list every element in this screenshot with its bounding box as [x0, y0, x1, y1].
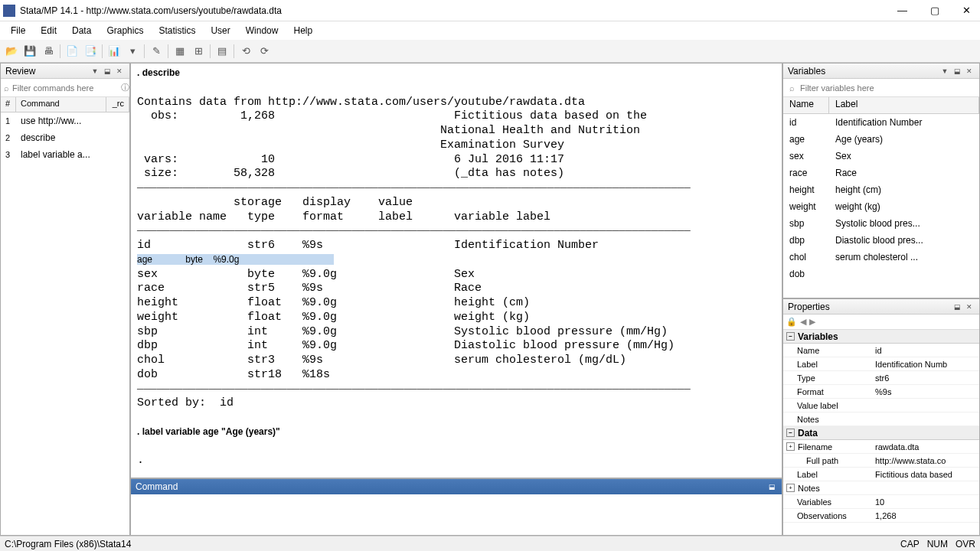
variable-row[interactable]: raceRace — [783, 165, 979, 181]
menu-window[interactable]: Window — [238, 24, 286, 37]
save-icon[interactable]: 💾 — [21, 43, 38, 60]
next-icon[interactable]: ▶ — [809, 317, 815, 327]
statusbar: C:\Program Files (x86)\Stata14 CAPNUMOVR — [0, 536, 980, 551]
do-editor-icon[interactable]: ✎ — [148, 43, 165, 60]
vars-filter-toggle-icon[interactable]: ▼ — [939, 66, 950, 77]
variable-row[interactable]: heightheight (cm) — [783, 181, 979, 198]
properties-title: Properties — [788, 302, 950, 312]
property-row[interactable]: Full pathhttp://www.stata.co — [783, 454, 979, 468]
vars-col-label: Label — [829, 97, 979, 113]
vars-pin-icon[interactable]: ⬓ — [952, 66, 962, 77]
maximize-button[interactable]: ▢ — [924, 3, 946, 18]
results-panel[interactable]: . describe Contains data from http://www… — [130, 63, 782, 478]
break-icon[interactable]: ⟲ — [237, 43, 254, 60]
review-row[interactable]: 3label variable a... — [1, 146, 129, 163]
viewer-icon[interactable]: 📑 — [82, 43, 99, 60]
data-editor-icon[interactable]: ▦ — [172, 43, 188, 60]
variable-row[interactable]: dob — [783, 266, 979, 282]
review-panel: Review ▼ ⬓ ✕ ⌕ ⓘ # Command _rc 1use http… — [0, 63, 130, 536]
variables-title: Variables — [788, 66, 938, 77]
print-icon[interactable]: 🖶 — [40, 43, 57, 60]
statusbar-path: C:\Program Files (x86)\Stata14 — [5, 539, 893, 549]
variable-row[interactable]: ageAge (years) — [783, 131, 979, 148]
review-row[interactable]: 2describe — [1, 129, 129, 146]
review-filter-toggle-icon[interactable]: ▼ — [90, 66, 100, 77]
menu-data[interactable]: Data — [64, 24, 99, 37]
toolbar: 📂 💾 🖶 📄 📑 📊 ▾ ✎ ▦ ⊞ ▤ ⟲ ⟳ — [0, 40, 980, 63]
property-row[interactable]: Value label — [783, 399, 979, 412]
prev-icon[interactable]: ◀ — [800, 317, 806, 327]
dropdown-icon[interactable]: ▾ — [124, 43, 141, 60]
data-browser-icon[interactable]: ⊞ — [190, 43, 207, 60]
menu-help[interactable]: Help — [286, 24, 320, 37]
review-col-rc: _rc — [106, 97, 129, 112]
filter-icon: ⌕ — [4, 83, 9, 93]
property-row[interactable]: Typestr6 — [783, 371, 979, 385]
info-icon[interactable]: ⓘ — [121, 83, 129, 93]
review-title: Review — [5, 66, 88, 77]
props-vars-section: Variables — [798, 331, 838, 342]
property-row[interactable]: +Notes — [783, 481, 979, 495]
property-row[interactable]: Notes — [783, 412, 979, 426]
vars-close-icon[interactable]: ✕ — [964, 66, 975, 77]
variables-manager-icon[interactable]: ▤ — [214, 43, 230, 60]
variable-row[interactable]: dbpDiastolic blood pres... — [783, 232, 979, 249]
review-col-cmd: Command — [16, 97, 106, 112]
review-pin-icon[interactable]: ⬓ — [102, 66, 113, 77]
vars-col-name: Name — [783, 97, 829, 113]
variable-row[interactable]: sbpSystolic blood pres... — [783, 215, 979, 232]
window-title: Stata/MP 14.1 - http://www.stata.com/use… — [20, 5, 891, 16]
command-pin-icon[interactable]: ⬓ — [766, 481, 777, 492]
variable-row[interactable]: idIdentification Number — [783, 114, 979, 131]
review-filter-input[interactable] — [12, 83, 118, 93]
menu-edit[interactable]: Edit — [33, 24, 64, 37]
open-icon[interactable]: 📂 — [3, 43, 20, 60]
property-row[interactable]: +Filenamerawdata.dta — [783, 440, 979, 454]
lock-icon[interactable]: 🔒 — [786, 317, 797, 327]
variable-row[interactable]: sexSex — [783, 148, 979, 165]
menu-user[interactable]: User — [203, 24, 237, 37]
collapse-icon[interactable]: − — [786, 332, 795, 341]
props-data-section: Data — [798, 428, 818, 439]
menu-graphics[interactable]: Graphics — [99, 24, 151, 37]
props-pin-icon[interactable]: ⬓ — [952, 302, 962, 312]
app-icon — [3, 5, 15, 17]
status-ovr: OVR — [956, 539, 975, 549]
variables-panel: Variables ▼ ⬓ ✕ ⌕ Name Label idIdentific… — [782, 63, 980, 298]
filter-icon: ⌕ — [786, 83, 797, 93]
graph-icon[interactable]: 📊 — [106, 43, 122, 60]
review-close-icon[interactable]: ✕ — [114, 66, 125, 77]
property-row[interactable]: Format%9s — [783, 385, 979, 399]
properties-panel: Properties ⬓ ✕ 🔒 ◀ ▶ − Variables NameidL… — [782, 298, 980, 536]
command-title: Command — [136, 481, 765, 492]
more-icon[interactable]: ⟳ — [256, 43, 273, 60]
variables-filter-input[interactable] — [800, 83, 976, 93]
variable-row[interactable]: weightweight (kg) — [783, 198, 979, 215]
close-button[interactable]: ✕ — [956, 3, 977, 18]
review-col-num: # — [1, 97, 16, 112]
command-panel: Command ⬓ — [130, 478, 782, 536]
menu-file[interactable]: File — [3, 24, 33, 37]
property-row[interactable]: Nameid — [783, 344, 979, 357]
props-close-icon[interactable]: ✕ — [964, 302, 975, 312]
property-row[interactable]: LabelFictitious data based — [783, 468, 979, 481]
menu-statistics[interactable]: Statistics — [151, 24, 203, 37]
menubar: FileEditDataGraphicsStatisticsUserWindow… — [0, 21, 980, 40]
property-row[interactable]: Observations1,268 — [783, 509, 979, 523]
log-icon[interactable]: 📄 — [64, 43, 80, 60]
command-input[interactable] — [131, 494, 782, 535]
variable-row[interactable]: cholserum cholesterol ... — [783, 249, 979, 266]
status-cap: CAP — [900, 539, 920, 549]
minimize-button[interactable]: — — [891, 3, 913, 18]
property-row[interactable]: Variables10 — [783, 495, 979, 509]
property-row[interactable]: LabelIdentification Numb — [783, 357, 979, 371]
titlebar: Stata/MP 14.1 - http://www.stata.com/use… — [0, 0, 980, 21]
status-num: NUM — [927, 539, 948, 549]
collapse-icon[interactable]: − — [786, 429, 795, 437]
review-row[interactable]: 1use http://ww... — [1, 112, 129, 129]
